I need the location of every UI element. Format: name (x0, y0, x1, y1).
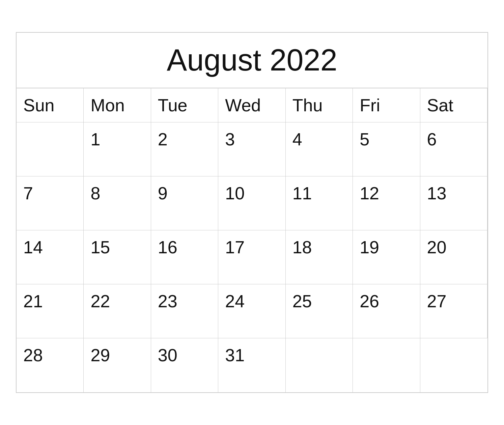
day-27: 27 (420, 284, 487, 338)
day-26: 26 (353, 284, 420, 338)
day-19: 19 (353, 230, 420, 284)
header-thu: Thu (286, 88, 353, 122)
day-9: 9 (151, 176, 218, 230)
calendar: August 2022 Sun Mon Tue Wed Thu Fri Sat … (16, 32, 488, 393)
day-21: 21 (17, 284, 84, 338)
day-30: 30 (151, 338, 218, 392)
day-w5-fri (353, 338, 420, 392)
header-tue: Tue (151, 88, 218, 122)
day-25: 25 (286, 284, 353, 338)
day-18: 18 (286, 230, 353, 284)
header-wed: Wed (218, 88, 285, 122)
day-28: 28 (17, 338, 84, 392)
day-22: 22 (84, 284, 151, 338)
day-7: 7 (17, 176, 84, 230)
day-11: 11 (286, 176, 353, 230)
day-29: 29 (84, 338, 151, 392)
day-14: 14 (17, 230, 84, 284)
day-w5-thu (286, 338, 353, 392)
day-31: 31 (218, 338, 285, 392)
day-10: 10 (218, 176, 285, 230)
header-mon: Mon (84, 88, 151, 122)
header-sat: Sat (420, 88, 487, 122)
day-4: 4 (286, 122, 353, 176)
calendar-grid: Sun Mon Tue Wed Thu Fri Sat 1 2 3 4 5 6 … (17, 88, 487, 392)
day-3: 3 (218, 122, 285, 176)
day-5: 5 (353, 122, 420, 176)
day-12: 12 (353, 176, 420, 230)
day-23: 23 (151, 284, 218, 338)
day-17: 17 (218, 230, 285, 284)
day-16: 16 (151, 230, 218, 284)
day-24: 24 (218, 284, 285, 338)
header-fri: Fri (353, 88, 420, 122)
day-w5-sat (420, 338, 487, 392)
day-1: 1 (84, 122, 151, 176)
day-8: 8 (84, 176, 151, 230)
day-w1-sun (17, 122, 84, 176)
day-13: 13 (420, 176, 487, 230)
day-20: 20 (420, 230, 487, 284)
day-15: 15 (84, 230, 151, 284)
header-sun: Sun (17, 88, 84, 122)
calendar-title: August 2022 (17, 33, 487, 88)
day-2: 2 (151, 122, 218, 176)
day-6: 6 (420, 122, 487, 176)
